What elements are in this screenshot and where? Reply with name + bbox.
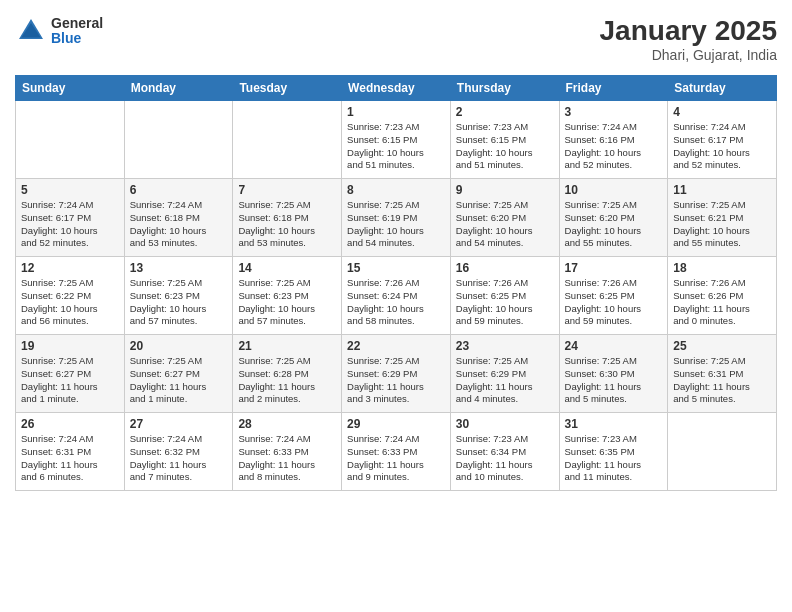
calendar-table: SundayMondayTuesdayWednesdayThursdayFrid…	[15, 75, 777, 491]
calendar-cell: 20Sunrise: 7:25 AM Sunset: 6:27 PM Dayli…	[124, 335, 233, 413]
day-info: Sunrise: 7:25 AM Sunset: 6:18 PM Dayligh…	[238, 199, 336, 250]
day-number: 31	[565, 417, 663, 431]
col-header-wednesday: Wednesday	[342, 76, 451, 101]
calendar-cell: 7Sunrise: 7:25 AM Sunset: 6:18 PM Daylig…	[233, 179, 342, 257]
calendar-cell: 28Sunrise: 7:24 AM Sunset: 6:33 PM Dayli…	[233, 413, 342, 491]
calendar-cell: 5Sunrise: 7:24 AM Sunset: 6:17 PM Daylig…	[16, 179, 125, 257]
calendar-cell: 11Sunrise: 7:25 AM Sunset: 6:21 PM Dayli…	[668, 179, 777, 257]
page: General Blue January 2025 Dhari, Gujarat…	[0, 0, 792, 612]
col-header-saturday: Saturday	[668, 76, 777, 101]
calendar-cell: 8Sunrise: 7:25 AM Sunset: 6:19 PM Daylig…	[342, 179, 451, 257]
day-number: 25	[673, 339, 771, 353]
day-info: Sunrise: 7:25 AM Sunset: 6:29 PM Dayligh…	[456, 355, 554, 406]
day-info: Sunrise: 7:25 AM Sunset: 6:27 PM Dayligh…	[130, 355, 228, 406]
day-number: 14	[238, 261, 336, 275]
day-number: 11	[673, 183, 771, 197]
day-number: 18	[673, 261, 771, 275]
calendar-title: January 2025	[600, 15, 777, 47]
calendar-cell: 25Sunrise: 7:25 AM Sunset: 6:31 PM Dayli…	[668, 335, 777, 413]
day-info: Sunrise: 7:24 AM Sunset: 6:33 PM Dayligh…	[347, 433, 445, 484]
day-number: 8	[347, 183, 445, 197]
calendar-cell: 22Sunrise: 7:25 AM Sunset: 6:29 PM Dayli…	[342, 335, 451, 413]
day-info: Sunrise: 7:24 AM Sunset: 6:31 PM Dayligh…	[21, 433, 119, 484]
title-block: January 2025 Dhari, Gujarat, India	[600, 15, 777, 63]
day-info: Sunrise: 7:25 AM Sunset: 6:27 PM Dayligh…	[21, 355, 119, 406]
calendar-cell: 4Sunrise: 7:24 AM Sunset: 6:17 PM Daylig…	[668, 101, 777, 179]
calendar-cell: 10Sunrise: 7:25 AM Sunset: 6:20 PM Dayli…	[559, 179, 668, 257]
calendar-cell	[124, 101, 233, 179]
day-info: Sunrise: 7:25 AM Sunset: 6:30 PM Dayligh…	[565, 355, 663, 406]
day-number: 13	[130, 261, 228, 275]
logo-general: General	[51, 16, 103, 31]
day-number: 17	[565, 261, 663, 275]
day-info: Sunrise: 7:25 AM Sunset: 6:31 PM Dayligh…	[673, 355, 771, 406]
header: General Blue January 2025 Dhari, Gujarat…	[15, 15, 777, 63]
day-info: Sunrise: 7:26 AM Sunset: 6:25 PM Dayligh…	[456, 277, 554, 328]
calendar-cell: 16Sunrise: 7:26 AM Sunset: 6:25 PM Dayli…	[450, 257, 559, 335]
day-info: Sunrise: 7:25 AM Sunset: 6:20 PM Dayligh…	[565, 199, 663, 250]
day-info: Sunrise: 7:26 AM Sunset: 6:25 PM Dayligh…	[565, 277, 663, 328]
calendar-cell: 27Sunrise: 7:24 AM Sunset: 6:32 PM Dayli…	[124, 413, 233, 491]
day-info: Sunrise: 7:23 AM Sunset: 6:15 PM Dayligh…	[347, 121, 445, 172]
logo: General Blue	[15, 15, 103, 47]
calendar-cell: 2Sunrise: 7:23 AM Sunset: 6:15 PM Daylig…	[450, 101, 559, 179]
day-number: 2	[456, 105, 554, 119]
calendar-cell: 23Sunrise: 7:25 AM Sunset: 6:29 PM Dayli…	[450, 335, 559, 413]
day-number: 1	[347, 105, 445, 119]
day-number: 28	[238, 417, 336, 431]
day-info: Sunrise: 7:23 AM Sunset: 6:15 PM Dayligh…	[456, 121, 554, 172]
day-info: Sunrise: 7:25 AM Sunset: 6:22 PM Dayligh…	[21, 277, 119, 328]
day-info: Sunrise: 7:25 AM Sunset: 6:20 PM Dayligh…	[456, 199, 554, 250]
day-info: Sunrise: 7:26 AM Sunset: 6:24 PM Dayligh…	[347, 277, 445, 328]
calendar-cell: 6Sunrise: 7:24 AM Sunset: 6:18 PM Daylig…	[124, 179, 233, 257]
calendar-week-4: 26Sunrise: 7:24 AM Sunset: 6:31 PM Dayli…	[16, 413, 777, 491]
day-info: Sunrise: 7:24 AM Sunset: 6:17 PM Dayligh…	[21, 199, 119, 250]
day-number: 20	[130, 339, 228, 353]
day-info: Sunrise: 7:25 AM Sunset: 6:23 PM Dayligh…	[130, 277, 228, 328]
logo-icon	[15, 15, 47, 47]
logo-blue: Blue	[51, 31, 103, 46]
col-header-friday: Friday	[559, 76, 668, 101]
calendar-cell: 17Sunrise: 7:26 AM Sunset: 6:25 PM Dayli…	[559, 257, 668, 335]
day-number: 29	[347, 417, 445, 431]
day-number: 22	[347, 339, 445, 353]
day-info: Sunrise: 7:25 AM Sunset: 6:28 PM Dayligh…	[238, 355, 336, 406]
calendar-week-2: 12Sunrise: 7:25 AM Sunset: 6:22 PM Dayli…	[16, 257, 777, 335]
day-number: 24	[565, 339, 663, 353]
calendar-cell: 31Sunrise: 7:23 AM Sunset: 6:35 PM Dayli…	[559, 413, 668, 491]
day-info: Sunrise: 7:25 AM Sunset: 6:23 PM Dayligh…	[238, 277, 336, 328]
day-info: Sunrise: 7:24 AM Sunset: 6:32 PM Dayligh…	[130, 433, 228, 484]
day-number: 3	[565, 105, 663, 119]
calendar-cell: 29Sunrise: 7:24 AM Sunset: 6:33 PM Dayli…	[342, 413, 451, 491]
day-number: 12	[21, 261, 119, 275]
day-number: 30	[456, 417, 554, 431]
calendar-header-row: SundayMondayTuesdayWednesdayThursdayFrid…	[16, 76, 777, 101]
day-number: 9	[456, 183, 554, 197]
logo-text: General Blue	[51, 16, 103, 47]
day-number: 10	[565, 183, 663, 197]
day-info: Sunrise: 7:23 AM Sunset: 6:34 PM Dayligh…	[456, 433, 554, 484]
day-info: Sunrise: 7:24 AM Sunset: 6:33 PM Dayligh…	[238, 433, 336, 484]
calendar-week-3: 19Sunrise: 7:25 AM Sunset: 6:27 PM Dayli…	[16, 335, 777, 413]
calendar-cell: 18Sunrise: 7:26 AM Sunset: 6:26 PM Dayli…	[668, 257, 777, 335]
day-number: 7	[238, 183, 336, 197]
col-header-monday: Monday	[124, 76, 233, 101]
day-number: 27	[130, 417, 228, 431]
calendar-cell: 3Sunrise: 7:24 AM Sunset: 6:16 PM Daylig…	[559, 101, 668, 179]
calendar-cell: 21Sunrise: 7:25 AM Sunset: 6:28 PM Dayli…	[233, 335, 342, 413]
calendar-cell: 19Sunrise: 7:25 AM Sunset: 6:27 PM Dayli…	[16, 335, 125, 413]
day-number: 4	[673, 105, 771, 119]
calendar-cell: 9Sunrise: 7:25 AM Sunset: 6:20 PM Daylig…	[450, 179, 559, 257]
calendar-cell: 14Sunrise: 7:25 AM Sunset: 6:23 PM Dayli…	[233, 257, 342, 335]
col-header-sunday: Sunday	[16, 76, 125, 101]
day-number: 19	[21, 339, 119, 353]
day-info: Sunrise: 7:25 AM Sunset: 6:21 PM Dayligh…	[673, 199, 771, 250]
day-info: Sunrise: 7:25 AM Sunset: 6:19 PM Dayligh…	[347, 199, 445, 250]
calendar-cell	[668, 413, 777, 491]
day-info: Sunrise: 7:24 AM Sunset: 6:16 PM Dayligh…	[565, 121, 663, 172]
calendar-cell	[233, 101, 342, 179]
calendar-cell: 1Sunrise: 7:23 AM Sunset: 6:15 PM Daylig…	[342, 101, 451, 179]
calendar-subtitle: Dhari, Gujarat, India	[600, 47, 777, 63]
calendar-week-1: 5Sunrise: 7:24 AM Sunset: 6:17 PM Daylig…	[16, 179, 777, 257]
calendar-cell	[16, 101, 125, 179]
